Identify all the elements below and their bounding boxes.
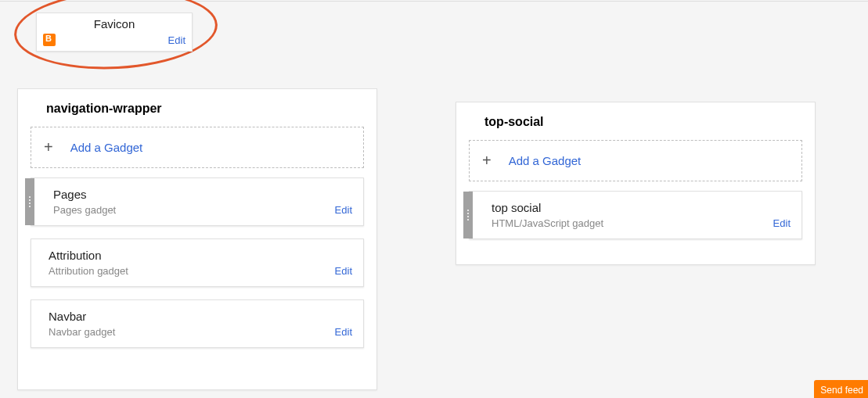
favicon-row: Edit	[37, 30, 192, 51]
gadget-edit-link[interactable]: Edit	[335, 265, 352, 277]
gadget-text: Attribution Attribution gadget	[49, 249, 335, 277]
favicon-edit-link[interactable]: Edit	[168, 34, 185, 46]
gadget-subtitle: HTML/JavaScript gadget	[492, 217, 773, 229]
drag-handle-icon[interactable]	[25, 178, 34, 225]
top-social-panel: top-social + Add a Gadget top social HTM…	[456, 102, 816, 265]
gadget-title: Navbar	[49, 310, 335, 323]
panel-title: top-social	[469, 115, 802, 129]
add-gadget-label: Add a Gadget	[509, 154, 582, 167]
gadget-edit-link[interactable]: Edit	[773, 217, 791, 229]
add-gadget-button[interactable]: + Add a Gadget	[31, 127, 364, 168]
gadget-text: top social HTML/JavaScript gadget	[492, 201, 773, 229]
gadget-text: Pages Pages gadget	[53, 188, 335, 216]
top-separator	[0, 1, 868, 2]
send-feedback-button[interactable]: Send feed	[814, 380, 868, 398]
gadget-edit-link[interactable]: Edit	[335, 204, 352, 216]
panel-title: navigation-wrapper	[31, 102, 364, 116]
gadget-subtitle: Navbar gadget	[49, 326, 335, 338]
gadget-card-attribution[interactable]: Attribution Attribution gadget Edit	[31, 238, 364, 287]
add-gadget-button[interactable]: + Add a Gadget	[469, 140, 802, 181]
gadget-subtitle: Attribution gadget	[49, 265, 335, 277]
gadget-card-pages[interactable]: Pages Pages gadget Edit	[31, 177, 364, 226]
gadget-title: Attribution	[49, 249, 335, 262]
navigation-wrapper-panel: navigation-wrapper + Add a Gadget Pages …	[17, 88, 377, 390]
panels-row: navigation-wrapper + Add a Gadget Pages …	[17, 88, 816, 390]
gadget-edit-link[interactable]: Edit	[335, 326, 352, 338]
plus-icon: +	[482, 152, 492, 170]
gadget-subtitle: Pages gadget	[53, 204, 335, 216]
drag-handle-icon[interactable]	[463, 192, 473, 238]
favicon-title: Favicon	[37, 13, 192, 30]
plus-icon: +	[44, 138, 53, 156]
gadget-card-navbar[interactable]: Navbar Navbar gadget Edit	[31, 299, 364, 348]
gadget-title: Pages	[53, 188, 335, 201]
gadget-card-top-social[interactable]: top social HTML/JavaScript gadget Edit	[469, 191, 802, 239]
favicon-card: Favicon Edit	[36, 13, 193, 52]
blogger-icon	[43, 34, 56, 46]
add-gadget-label: Add a Gadget	[70, 141, 143, 154]
gadget-text: Navbar Navbar gadget	[49, 310, 335, 338]
gadget-title: top social	[492, 201, 773, 214]
